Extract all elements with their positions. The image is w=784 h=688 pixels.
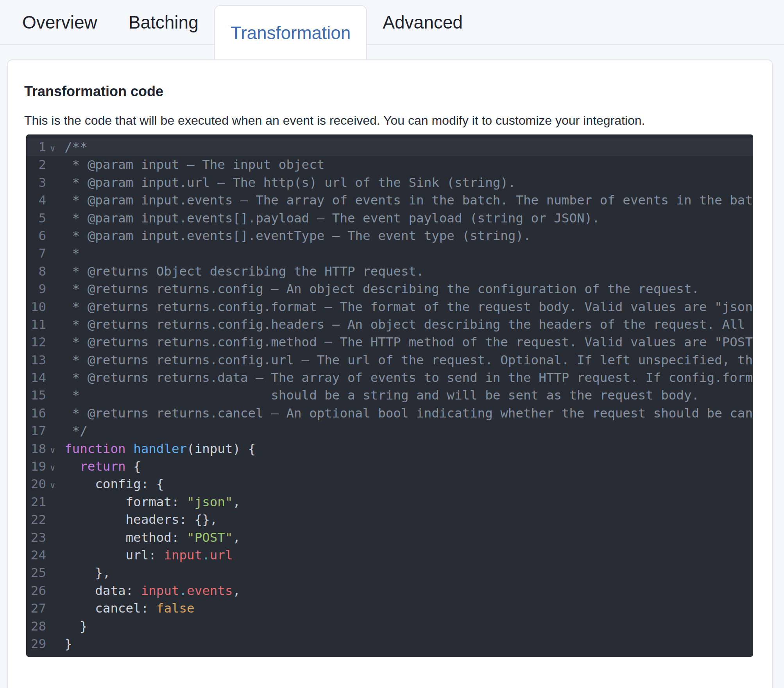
line-number: 29 <box>26 635 46 653</box>
code-text: url: input.url <box>64 548 233 563</box>
code-line[interactable]: 25 }, <box>26 564 753 582</box>
fold-chevron-icon[interactable]: ∨ <box>46 441 64 458</box>
line-number: 26 <box>26 582 46 600</box>
code-text: } <box>64 636 72 651</box>
code-text: * @returns returns.cancel – An optional … <box>64 406 753 421</box>
code-text: headers: {}, <box>64 512 217 527</box>
code-line[interactable]: 21 format: "json", <box>26 493 753 511</box>
tab-overview[interactable]: Overview <box>7 12 113 33</box>
tab-batching-label: Batching <box>129 12 199 33</box>
code-line[interactable]: 17 */ <box>26 422 753 440</box>
code-line[interactable]: 26 data: input.events, <box>26 582 753 600</box>
code-text: }, <box>64 565 110 580</box>
code-text: * @returns returns.config.format – The f… <box>64 299 753 314</box>
code-text: return { <box>64 459 141 474</box>
line-number: 2 <box>26 156 46 174</box>
code-text: * <box>64 246 80 261</box>
code-line[interactable]: 20∨ config: { <box>26 475 753 493</box>
code-text: config: { <box>64 477 164 491</box>
code-line[interactable]: 10 * @returns returns.config.format – Th… <box>26 298 753 316</box>
code-line[interactable]: 18∨function handler(input) { <box>26 440 753 458</box>
code-text: * @returns returns.config.url – The url … <box>64 353 753 367</box>
code-line[interactable]: 12 * @returns returns.config.method – Th… <box>26 333 753 351</box>
code-text: format: "json", <box>64 494 240 509</box>
line-number: 19 <box>26 458 46 475</box>
code-line[interactable]: 6 * @param input.events[].eventType – Th… <box>26 227 753 245</box>
code-text: data: input.events, <box>64 583 240 598</box>
code-text: * @param input.url – The http(s) url of … <box>64 175 516 190</box>
code-line[interactable]: 23 method: "POST", <box>26 529 753 546</box>
tab-advanced-label: Advanced <box>383 12 463 33</box>
line-number: 15 <box>26 387 46 404</box>
line-number: 28 <box>26 618 46 635</box>
tab-bar: Overview Batching Transformation Advance… <box>0 0 784 45</box>
fold-chevron-icon[interactable]: ∨ <box>46 459 64 475</box>
code-text: cancel: false <box>64 601 195 616</box>
line-number: 14 <box>26 369 46 387</box>
line-number: 23 <box>26 529 46 546</box>
page-title: Transformation code <box>24 84 753 99</box>
code-text: function handler(input) { <box>64 441 256 456</box>
code-line[interactable]: 9 * @returns returns.config – An object … <box>26 280 753 298</box>
line-number: 21 <box>26 493 46 511</box>
line-number: 16 <box>26 405 46 422</box>
code-text: * @param input.events – The array of eve… <box>64 193 753 208</box>
code-text: /** <box>64 140 88 154</box>
line-number: 17 <box>26 422 46 440</box>
tab-transformation[interactable]: Transformation <box>214 5 367 59</box>
line-number: 20 <box>26 475 46 493</box>
code-editor[interactable]: 1∨/**2 * @param input – The input object… <box>26 134 753 657</box>
line-number: 22 <box>26 511 46 529</box>
code-line[interactable]: 13 * @returns returns.config.url – The u… <box>26 351 753 369</box>
code-line[interactable]: 5 * @param input.events[].payload – The … <box>26 210 753 227</box>
code-text: */ <box>64 423 88 438</box>
code-line[interactable]: 2 * @param input – The input object <box>26 156 753 174</box>
line-number: 3 <box>26 174 46 192</box>
tab-overview-label: Overview <box>22 12 97 33</box>
line-number: 10 <box>26 298 46 316</box>
tab-batching[interactable]: Batching <box>113 12 214 33</box>
code-line[interactable]: 22 headers: {}, <box>26 511 753 529</box>
line-number: 25 <box>26 564 46 582</box>
code-line[interactable]: 29} <box>26 635 753 653</box>
code-line[interactable]: 28 } <box>26 618 753 635</box>
code-line[interactable]: 16 * @returns returns.cancel – An option… <box>26 405 753 422</box>
line-number: 13 <box>26 351 46 369</box>
line-number: 5 <box>26 210 46 227</box>
code-text: * @param input – The input object <box>64 157 324 172</box>
line-number: 24 <box>26 546 46 564</box>
tab-transformation-label: Transformation <box>231 22 351 43</box>
code-line[interactable]: 27 cancel: false <box>26 600 753 617</box>
code-text: * @returns returns.config – An object de… <box>64 281 699 296</box>
code-line[interactable]: 8 * @returns Object describing the HTTP … <box>26 263 753 280</box>
code-text: } <box>64 619 88 634</box>
code-line[interactable]: 15 * should be a string and will be sent… <box>26 387 753 404</box>
line-number: 8 <box>26 263 46 280</box>
code-line[interactable]: 1∨/** <box>26 138 753 156</box>
fold-chevron-icon[interactable]: ∨ <box>46 477 64 493</box>
code-line[interactable]: 3 * @param input.url – The http(s) url o… <box>26 174 753 192</box>
line-number: 6 <box>26 227 46 245</box>
code-line[interactable]: 7 * <box>26 245 753 262</box>
line-number: 1 <box>26 138 46 156</box>
code-line[interactable]: 11 * @returns returns.config.headers – A… <box>26 316 753 333</box>
code-text: * @returns Object describing the HTTP re… <box>64 264 424 279</box>
code-text: * should be a string and will be sent as… <box>64 388 699 403</box>
code-text: * @param input.events[].payload – The ev… <box>64 211 600 226</box>
code-text: * @returns returns.config.method – The H… <box>64 335 753 349</box>
line-number: 9 <box>26 280 46 298</box>
line-number: 11 <box>26 316 46 333</box>
transformation-panel: Transformation code This is the code tha… <box>7 59 773 688</box>
fold-chevron-icon[interactable]: ∨ <box>46 140 64 156</box>
code-line[interactable]: 19∨ return { <box>26 458 753 475</box>
code-text: * @returns returns.config.headers – An o… <box>64 317 753 332</box>
line-number: 18 <box>26 440 46 458</box>
line-number: 7 <box>26 245 46 262</box>
line-number: 27 <box>26 600 46 617</box>
code-text: method: "POST", <box>64 530 240 545</box>
code-line[interactable]: 14 * @returns returns.data – The array o… <box>26 369 753 387</box>
code-line[interactable]: 4 * @param input.events – The array of e… <box>26 192 753 209</box>
line-number: 12 <box>26 333 46 351</box>
code-line[interactable]: 24 url: input.url <box>26 546 753 564</box>
tab-advanced[interactable]: Advanced <box>367 12 478 33</box>
